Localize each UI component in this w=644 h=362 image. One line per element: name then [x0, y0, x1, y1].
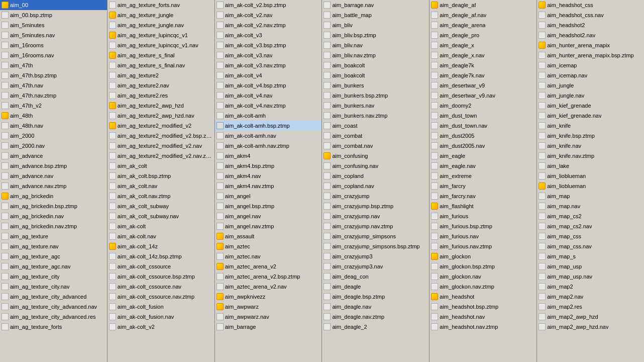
list-item[interactable]: aim_00 — [0, 0, 107, 10]
list-item[interactable]: aim_map2.nav — [537, 292, 644, 302]
list-item[interactable]: aim_ag_texture_agc.nav — [0, 261, 107, 272]
list-item[interactable]: aim_crazyjump_simpsons — [322, 231, 429, 241]
list-item[interactable]: aim_ak-colt_cssource.bsp.ztmp — [108, 272, 214, 282]
list-item[interactable]: aim_deagle.bsp.ztmp — [322, 292, 429, 302]
list-item[interactable]: aim_confusing — [322, 151, 429, 161]
list-item[interactable]: aim_ak-colt_cssource.nav.ztmp — [108, 292, 214, 302]
list-item[interactable]: aim_map_css.nav — [537, 241, 644, 251]
list-item[interactable]: aim_deagle — [322, 282, 429, 292]
list-item[interactable]: aim_akm4.bsp.ztmp — [215, 161, 322, 171]
list-item[interactable]: aim_ak-colt_cssource — [108, 261, 214, 272]
list-item[interactable]: aim_5minutes.nav — [0, 30, 107, 40]
list-item[interactable]: aim_copland — [322, 171, 429, 181]
list-item[interactable]: aim_deagle.nav — [322, 302, 429, 312]
list-item[interactable]: aim_aztec.nav — [215, 251, 322, 261]
list-item[interactable]: aim_ag_brickedin — [0, 191, 107, 201]
list-item[interactable]: aim_advance — [0, 151, 107, 161]
list-item[interactable]: aim_icemap — [537, 60, 644, 70]
list-item[interactable]: aim_47th.nav.ztmp — [0, 90, 107, 101]
list-item[interactable]: aim_deagle_af — [430, 0, 536, 10]
list-item[interactable]: aim_48th.nav — [0, 121, 107, 131]
list-item[interactable]: aim_map.nav — [537, 201, 644, 211]
list-item[interactable]: aim_headshot2 — [537, 20, 644, 30]
list-item[interactable]: aim_ag_texture_city_advanced.res — [0, 312, 107, 322]
list-item[interactable]: aim_aztec_arena_v2.bsp.ztmp — [215, 272, 322, 282]
list-item[interactable]: aim_crazyjump3 — [322, 251, 429, 261]
list-item[interactable]: aim_furious — [430, 211, 536, 221]
list-item[interactable]: aim_deagle_pro — [430, 30, 536, 40]
list-item[interactable]: aim_angel — [215, 191, 322, 201]
list-item[interactable]: aim_ak-colt.nav — [108, 231, 214, 241]
list-item[interactable]: aim_ag_texture — [0, 231, 107, 241]
list-item[interactable]: aim_angel.bsp.ztmp — [215, 201, 322, 211]
list-item[interactable]: aim_ag_texture2.res — [108, 90, 214, 101]
list-item[interactable]: aim_ak-colt_14z — [108, 241, 214, 251]
list-item[interactable]: aim_ak_colt_subway.nav — [108, 211, 214, 221]
list-item[interactable]: aim_ak-colt_v2 — [108, 322, 214, 332]
list-item[interactable]: aim_ag_brickedin.nav.ztmp — [0, 221, 107, 231]
list-item[interactable]: aim_ak-colt-amh — [215, 111, 322, 121]
list-item[interactable]: aim_map2 — [537, 282, 644, 292]
list-item[interactable]: aim_ak_colt.nav — [108, 181, 214, 191]
list-item[interactable]: aim_knife.nav.ztmp — [537, 151, 644, 161]
list-item[interactable]: aim_47th.nav — [0, 80, 107, 90]
list-item[interactable]: aim_headshot_css.nav — [537, 10, 644, 20]
list-item[interactable]: aim_ak-colt-amh.nav — [215, 131, 322, 141]
list-item[interactable]: aim_headshot.nav.ztmp — [430, 322, 536, 332]
list-item[interactable]: aim_ak_colt.bsp.ztmp — [108, 171, 214, 181]
list-item[interactable]: aim_ak_colt.nav.ztmp — [108, 191, 214, 201]
list-item[interactable]: aim_glockon.nav — [430, 272, 536, 282]
list-item[interactable]: aim_bliv — [322, 20, 429, 30]
list-item[interactable]: aim_5minutes — [0, 20, 107, 30]
list-item[interactable]: aim_ag_texture_jungle.nav — [108, 20, 214, 30]
list-item[interactable]: aim_angel.nav — [215, 211, 322, 221]
list-item[interactable]: aim_ak-colt_fusion.nav — [108, 312, 214, 322]
list-item[interactable]: aim_bliv.nav.ztmp — [322, 50, 429, 60]
list-item[interactable]: aim_2000 — [0, 131, 107, 141]
list-item[interactable]: aim_ag_texture_city.nav — [0, 282, 107, 292]
list-item[interactable]: aim_aztec_arena_v2 — [215, 261, 322, 272]
list-item[interactable]: aim_copland.nav — [322, 181, 429, 191]
list-item[interactable]: aim_ak-colt_v4.bsp.ztmp — [215, 80, 322, 90]
list-item[interactable]: aim_angel.nav.ztmp — [215, 221, 322, 231]
list-item[interactable]: aim_ag_texture_agc — [0, 251, 107, 261]
list-item[interactable]: aim_map_usp.nav — [537, 272, 644, 282]
list-item[interactable]: aim_advance.bsp.ztmp — [0, 161, 107, 171]
list-item[interactable]: aim_ak_colt — [108, 161, 214, 171]
list-item[interactable]: aim_furious.bsp.ztmp — [430, 221, 536, 231]
list-item[interactable]: aim_ag_texture2.nav — [108, 80, 214, 90]
list-item[interactable]: aim_lake — [537, 161, 644, 171]
list-item[interactable]: aim_ag_brickedin.nav — [0, 211, 107, 221]
list-item[interactable]: aim_bunkers.bsp.ztmp — [322, 90, 429, 101]
list-item[interactable]: aim_map_usp — [537, 261, 644, 272]
list-item[interactable]: aim_crazyjump.nav.ztmp — [322, 221, 429, 231]
list-item[interactable]: aim_ag_texture_forts.nav — [108, 0, 214, 10]
list-item[interactable]: aim_bunkers.nav.ztmp — [322, 111, 429, 121]
list-item[interactable]: aim_crazyjump_simpsons.bsp.ztmp — [322, 241, 429, 251]
list-item[interactable]: aim_deagle_af.nav — [430, 10, 536, 20]
list-item[interactable]: aim_bunkers — [322, 80, 429, 90]
list-item[interactable]: aim_awpknivezz — [215, 292, 322, 302]
list-item[interactable]: aim_ag_texture_lupincqc_v1.nav — [108, 40, 214, 50]
list-item[interactable]: aim_ag_texture.nav — [0, 241, 107, 251]
list-item[interactable]: aim_lioblueman — [537, 171, 644, 181]
list-item[interactable]: aim_ag_texture_s_final — [108, 50, 214, 60]
list-item[interactable]: aim_kief_grenade.nav — [537, 111, 644, 121]
list-item[interactable]: aim_bliv.bsp.ztmp — [322, 30, 429, 40]
list-item[interactable]: aim_ak-colt_v3.nav.ztmp — [215, 60, 322, 70]
list-item[interactable]: aim_ak-colt — [108, 221, 214, 231]
list-item[interactable]: aim_00.bsp.ztmp — [0, 10, 107, 20]
list-item[interactable]: aim_aztec — [215, 241, 322, 251]
list-item[interactable]: aim_map_cs2 — [537, 211, 644, 221]
list-item[interactable]: aim_bliv.nav — [322, 40, 429, 50]
list-item[interactable]: aim_ak-colt_fusion — [108, 302, 214, 312]
list-item[interactable]: aim_knife.nav — [537, 141, 644, 151]
list-item[interactable]: aim_advance.nav — [0, 171, 107, 181]
list-item[interactable]: aim_headshot.nav — [430, 312, 536, 322]
list-item[interactable]: aim_icemap.nav — [537, 70, 644, 80]
list-item[interactable]: aim_deagle.nav.ztmp — [322, 312, 429, 322]
list-item[interactable]: aim_desertwar_v9 — [430, 80, 536, 90]
list-item[interactable]: aim_hunter_arena_mapix — [537, 40, 644, 50]
list-item[interactable]: aim_lioblueman — [537, 181, 644, 191]
list-item[interactable]: aim_hunter_arena_mapix.bsp.ztmp — [537, 50, 644, 60]
